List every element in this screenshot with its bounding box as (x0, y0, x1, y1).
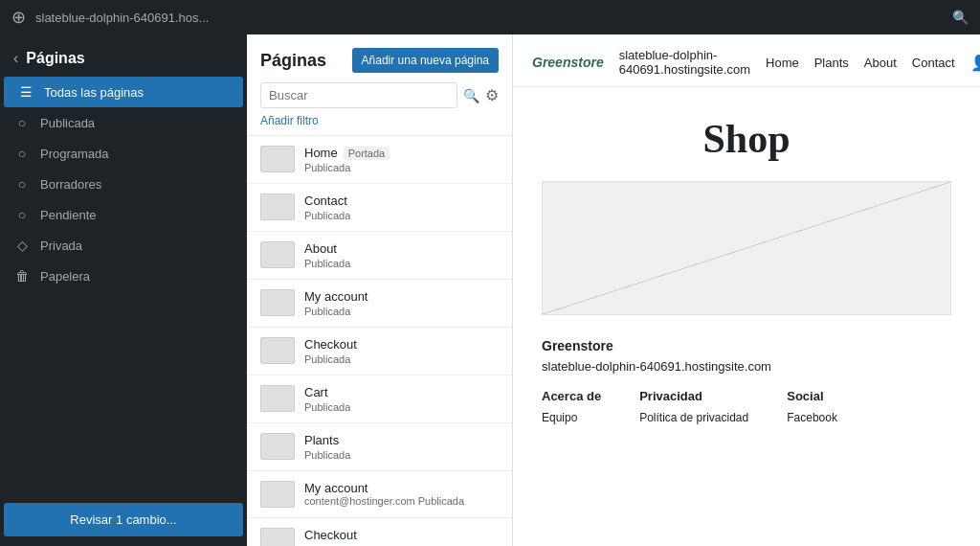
privada-icon: ◇ (13, 238, 31, 253)
sidebar-item-borradores[interactable]: ○ Borradores (0, 169, 247, 199)
all-pages-icon: ☰ (17, 84, 34, 100)
page-name: Checkout (304, 528, 499, 542)
nav-link-about[interactable]: About (864, 56, 897, 70)
list-item[interactable]: About Publicada (247, 232, 512, 280)
page-info: My account content@hostinger.com Publica… (304, 481, 499, 507)
borradores-icon: ○ (13, 176, 31, 192)
footer-col-item: Facebook (787, 411, 837, 424)
footer-brand: Greenstore (542, 338, 951, 353)
top-bar-title: slateblue-dolphin-640691.hos... (35, 11, 943, 25)
back-button[interactable]: ‹ (13, 50, 18, 67)
footer-col-privacidad: Privacidad Política de privacidad (639, 389, 748, 428)
footer-url: slateblue-dolphin-640691.hostingsite.com (542, 359, 951, 374)
page-name: Contact (304, 193, 499, 208)
preview-nav: Greenstore slateblue-dolphin-640691.host… (513, 34, 980, 87)
page-status: Publicada (304, 210, 499, 221)
list-item[interactable]: Contact Publicada (247, 184, 512, 232)
pages-panel-header: Páginas Añadir una nueva página (247, 34, 512, 82)
page-status: Publicada (304, 162, 499, 173)
list-item[interactable]: Plants Publicada (247, 423, 512, 471)
sidebar-item-publicada[interactable]: ○ Publicada (0, 107, 247, 138)
footer-col-title: Privacidad (639, 389, 748, 403)
preview-footer: Greenstore slateblue-dolphin-640691.host… (513, 338, 980, 447)
page-thumbnail (260, 241, 295, 268)
footer-col-item: Equipo (542, 411, 601, 424)
pages-panel-title: Páginas (260, 51, 326, 71)
footer-columns: Acerca de Equipo Privacidad Política de … (542, 389, 951, 428)
page-status: Publicada (304, 401, 499, 413)
nav-link-home[interactable]: Home (766, 56, 799, 70)
preview-content: Shop (513, 87, 980, 315)
page-thumbnail (260, 337, 295, 364)
page-status: Publicada (304, 306, 499, 317)
sidebar-item-label: Borradores (40, 177, 101, 192)
review-changes-button[interactable]: Revisar 1 cambio... (4, 503, 243, 536)
top-bar: ⊕ slateblue-dolphin-640691.hos... 🔍 (0, 0, 980, 34)
footer-col-title: Acerca de (542, 389, 601, 403)
search-button[interactable]: 🔍 (463, 88, 479, 103)
sidebar-footer: Revisar 1 cambio... (0, 503, 247, 546)
sidebar-item-label: Pendiente (40, 208, 97, 222)
list-item[interactable]: Checkout (247, 518, 512, 546)
page-thumbnail (260, 385, 295, 412)
page-name: About (304, 241, 499, 256)
page-badge: Portada (344, 147, 390, 160)
sidebar-nav: ☰ Todas las páginas ○ Publicada ○ Progra… (0, 77, 247, 503)
preview-nav-links: Home Plants About Contact (766, 56, 955, 70)
sidebar-item-label: Privada (40, 239, 82, 253)
sidebar-item-pendiente[interactable]: ○ Pendiente (0, 199, 247, 230)
add-page-button[interactable]: Añadir una nueva página (352, 48, 499, 73)
page-status: Publicada (304, 258, 499, 269)
page-info: Plants Publicada (304, 433, 499, 461)
main-content: Páginas Añadir una nueva página 🔍 ⚙ Añad… (247, 0, 980, 546)
list-item[interactable]: Checkout Publicada (247, 328, 512, 375)
page-thumbnail (260, 433, 295, 460)
sidebar-item-todas[interactable]: ☰ Todas las páginas (4, 77, 243, 107)
page-info: Cart Publicada (304, 385, 499, 413)
footer-col-social: Social Facebook (787, 389, 837, 428)
page-info: Checkout (304, 528, 499, 542)
programada-icon: ○ (13, 146, 31, 161)
preview-nav-icons: 👤 🛒 2 (970, 52, 980, 73)
preview-brand: Greenstore (532, 55, 604, 70)
pendiente-icon: ○ (13, 207, 31, 222)
list-item[interactable]: Cart Publicada (247, 375, 512, 423)
page-name: Home Portada (304, 146, 499, 160)
footer-col-item: Política de privacidad (639, 411, 748, 424)
search-input[interactable] (260, 82, 457, 108)
list-item[interactable]: My account Publicada (247, 280, 512, 328)
page-author: content@hostinger.com Publicada (304, 495, 499, 507)
filter-icon[interactable]: ⚙ (485, 86, 499, 104)
page-thumbnail (260, 146, 295, 172)
page-status: Publicada (304, 353, 499, 365)
page-info: Contact Publicada (304, 193, 499, 221)
product-image-placeholder (542, 181, 951, 315)
page-info: Home Portada Publicada (304, 146, 499, 173)
add-filter-link[interactable]: Añadir filtro (247, 114, 512, 135)
page-status: Publicada (304, 449, 499, 461)
sidebar-item-label: Programada (40, 147, 109, 161)
sidebar-item-label: Papelera (40, 269, 90, 284)
page-name: My account (304, 289, 499, 304)
top-search-icon[interactable]: 🔍 (952, 10, 969, 25)
sidebar-item-privada[interactable]: ◇ Privada (0, 230, 247, 261)
sidebar-title: Páginas (26, 50, 84, 67)
nav-link-contact[interactable]: Contact (912, 56, 955, 70)
list-item[interactable]: Home Portada Publicada (247, 136, 512, 184)
sidebar-item-label: Todas las páginas (44, 85, 144, 100)
preview-panel: Greenstore slateblue-dolphin-640691.host… (513, 34, 980, 546)
list-item[interactable]: My account content@hostinger.com Publica… (247, 471, 512, 518)
publicada-icon: ○ (13, 115, 31, 130)
sidebar: ‹ Páginas ☰ Todas las páginas ○ Publicad… (0, 0, 247, 546)
page-name: My account (304, 481, 499, 495)
sidebar-item-programada[interactable]: ○ Programada (0, 138, 247, 169)
pages-list: Home Portada Publicada Contact Publicada (247, 135, 512, 546)
page-name: Plants (304, 433, 499, 447)
pages-panel: Páginas Añadir una nueva página 🔍 ⚙ Añad… (247, 34, 513, 546)
page-thumbnail (260, 528, 295, 546)
user-icon[interactable]: 👤 (970, 54, 980, 72)
sidebar-item-papelera[interactable]: 🗑 Papelera (0, 261, 247, 291)
papelera-icon: 🗑 (13, 268, 31, 284)
nav-link-plants[interactable]: Plants (814, 56, 849, 70)
footer-col-title: Social (787, 389, 837, 403)
